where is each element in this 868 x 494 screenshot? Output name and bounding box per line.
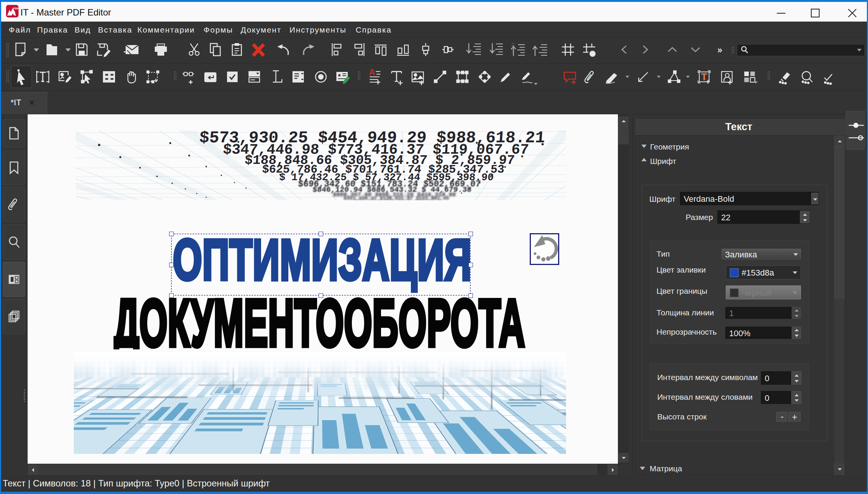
svg-text:$451,349.50 $239,671.80 $352: $451,349.50 $239,671.80 $352,791.40	[354, 199, 442, 200]
svg-text:T: T	[701, 71, 707, 83]
svg-text:»: »	[717, 45, 722, 55]
svg-text:A: A	[369, 67, 375, 77]
svg-text:PDF: PDF	[13, 7, 19, 10]
